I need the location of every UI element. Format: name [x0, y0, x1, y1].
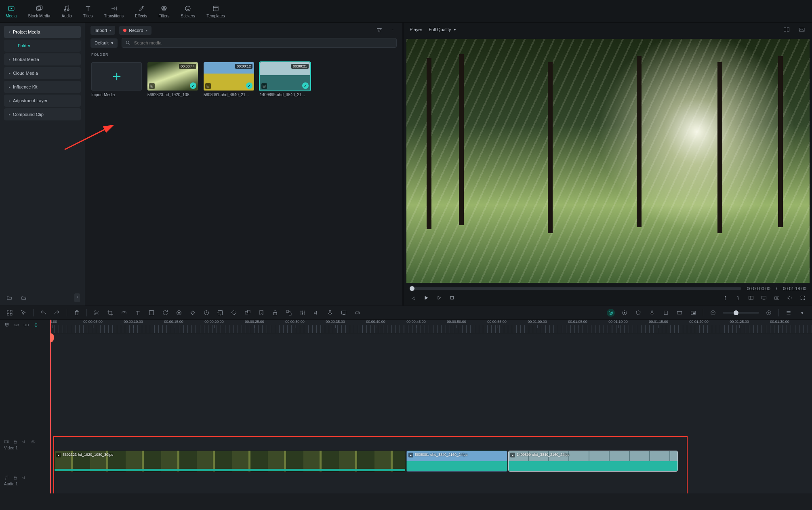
timeline-body[interactable]: 00:0000:00:05:0000:00:10:0000:00:15:0000…: [50, 320, 812, 493]
audio-tool-icon[interactable]: [312, 309, 320, 317]
side-cloud-media[interactable]: ▸Cloud Media: [4, 67, 81, 79]
eye-track-icon[interactable]: [31, 439, 36, 444]
undo-icon[interactable]: [39, 309, 47, 317]
media-item[interactable]: 00:00:12⊞✓ 5608091-uhd_3840_21...: [204, 62, 254, 97]
render-icon[interactable]: [340, 309, 348, 317]
magnet-icon[interactable]: [4, 322, 10, 328]
mark-in-icon[interactable]: {: [722, 294, 729, 301]
delete-icon[interactable]: [73, 309, 81, 317]
fullscreen-icon[interactable]: [799, 294, 806, 301]
auto-ripple-icon[interactable]: [33, 322, 39, 328]
side-folder[interactable]: Folder: [4, 40, 81, 52]
compound-icon[interactable]: [285, 309, 293, 317]
play-icon[interactable]: [435, 294, 443, 301]
tab-stock-media[interactable]: Stock Media: [22, 0, 56, 22]
link-icon[interactable]: [353, 309, 362, 317]
tab-effects[interactable]: Effects: [129, 0, 153, 22]
stop-icon[interactable]: [448, 294, 456, 301]
lock-track-icon[interactable]: [13, 475, 18, 480]
tab-media[interactable]: Media: [0, 0, 22, 22]
zoom-out-icon[interactable]: [709, 309, 717, 317]
marker-icon[interactable]: [257, 309, 265, 317]
record-button[interactable]: Record▾: [119, 26, 151, 35]
ratio-icon[interactable]: [747, 294, 755, 301]
crop-icon[interactable]: [106, 309, 114, 317]
note-icon[interactable]: [662, 309, 670, 317]
mark-out-icon[interactable]: }: [734, 294, 742, 301]
tab-filters[interactable]: Filters: [153, 0, 175, 22]
import-media-card[interactable]: Import Media: [91, 62, 142, 97]
list-view-icon[interactable]: [785, 309, 793, 317]
split-icon[interactable]: [93, 309, 101, 317]
side-compound-clip[interactable]: ▸Compound Clip: [4, 108, 81, 120]
tab-templates[interactable]: Templates: [201, 0, 231, 22]
media-item[interactable]: 00:00:21⊞✓ 1409899-uhd_3840_21...: [260, 62, 310, 97]
snapshot-icon[interactable]: [797, 25, 806, 34]
search-input[interactable]: [134, 40, 393, 45]
mask-icon[interactable]: [147, 309, 156, 317]
video-track-header[interactable]: Video 1: [0, 437, 50, 453]
tab-stickers[interactable]: Stickers: [175, 0, 201, 22]
play-pause-icon[interactable]: [423, 294, 430, 301]
side-adjustment-layer[interactable]: ▸Adjustment Layer: [4, 95, 81, 107]
collapse-sidebar-icon[interactable]: ‹: [74, 293, 80, 302]
mute-track-icon[interactable]: [22, 439, 27, 444]
tab-transitions[interactable]: Transitions: [98, 0, 129, 22]
player-viewport[interactable]: [406, 39, 810, 283]
text-tool-icon[interactable]: [134, 309, 142, 317]
timeline-clip[interactable]: ▸ 1409899-uhd_3840_2160_24fps: [508, 451, 678, 472]
shield-icon[interactable]: [634, 309, 642, 317]
timeline-clip[interactable]: ▸ 5692323-hd_1920_1080_30fps: [54, 451, 406, 472]
audio-track-header[interactable]: Audio 1: [0, 473, 50, 489]
scrub-bar[interactable]: [410, 287, 741, 290]
link-toggle-icon[interactable]: [14, 322, 19, 328]
tab-audio[interactable]: Audio: [56, 0, 78, 22]
group-icon[interactable]: [244, 309, 252, 317]
import-button[interactable]: Import▾: [90, 26, 115, 35]
mic-icon[interactable]: [648, 309, 656, 317]
ripple-icon[interactable]: [23, 322, 29, 328]
camera-icon[interactable]: [773, 294, 780, 301]
cursor-icon[interactable]: [19, 309, 27, 317]
side-project-media[interactable]: ▾Project Media: [4, 26, 81, 38]
display-icon[interactable]: [760, 294, 768, 301]
sort-dropdown[interactable]: Default▾: [90, 38, 118, 48]
lock-track-icon[interactable]: [13, 439, 18, 444]
speed-icon[interactable]: [202, 309, 210, 317]
side-influence-kit[interactable]: ▸Influence Kit: [4, 81, 81, 93]
side-global-media[interactable]: ▸Global Media: [4, 53, 81, 65]
redo-icon[interactable]: [53, 309, 61, 317]
media-item[interactable]: 00:00:44⊞✓ 5692323-hd_1920_108...: [147, 62, 198, 97]
tag-icon[interactable]: [230, 309, 238, 317]
speed-tool-icon[interactable]: [120, 309, 128, 317]
adjust-icon[interactable]: [299, 309, 307, 317]
search-field[interactable]: [122, 38, 397, 48]
play-range-icon[interactable]: [621, 309, 629, 317]
zoom-in-icon[interactable]: [765, 309, 773, 317]
settings-caret-icon[interactable]: ▾: [798, 309, 806, 317]
ai-tool-icon[interactable]: [607, 309, 615, 317]
frame-icon[interactable]: [675, 309, 684, 317]
new-folder-icon[interactable]: [5, 293, 14, 302]
color-icon[interactable]: [175, 309, 183, 317]
timeline-clip[interactable]: ▸ 5608091-uhd_3840_2160_24fps: [406, 451, 507, 472]
filter-icon[interactable]: [375, 26, 384, 35]
compare-icon[interactable]: [782, 25, 791, 34]
pip-icon[interactable]: [689, 309, 697, 317]
prev-frame-icon[interactable]: ◁: [410, 294, 417, 301]
quality-dropdown[interactable]: Full Quality▾: [429, 27, 456, 32]
more-icon[interactable]: ⋯: [388, 26, 397, 35]
zoom-slider[interactable]: [723, 312, 759, 314]
voiceover-icon[interactable]: [326, 309, 334, 317]
grid-icon[interactable]: [6, 309, 14, 317]
playhead[interactable]: [50, 320, 51, 493]
rotate-icon[interactable]: [161, 309, 169, 317]
keyframe-icon[interactable]: [189, 309, 197, 317]
timeline-ruler[interactable]: 00:0000:00:05:0000:00:10:0000:00:15:0000…: [50, 320, 812, 333]
new-bin-icon[interactable]: [19, 293, 28, 302]
lock-icon[interactable]: [271, 309, 279, 317]
mute-track-icon[interactable]: [22, 475, 27, 480]
track-motion-icon[interactable]: [216, 309, 224, 317]
volume-icon[interactable]: [786, 294, 793, 301]
tab-titles[interactable]: Titles: [78, 0, 99, 22]
